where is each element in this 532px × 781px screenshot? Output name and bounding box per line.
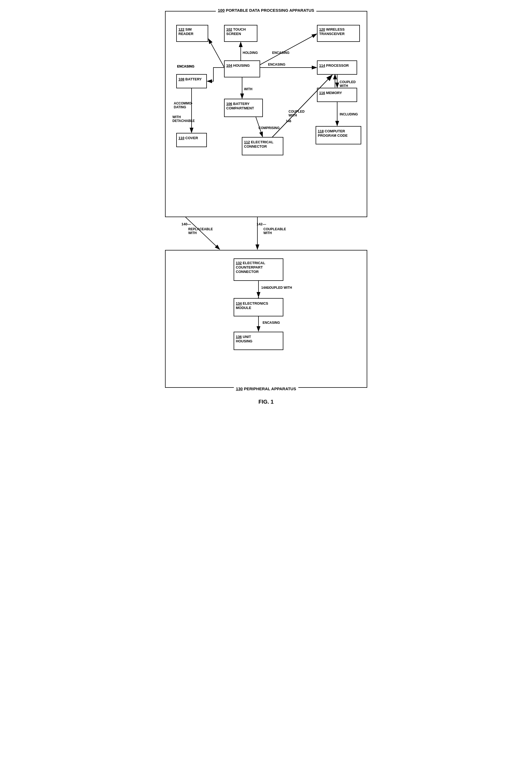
svg-rect-7 <box>224 61 260 77</box>
svg-rect-5 <box>177 74 207 88</box>
svg-text:114 PROCESSOR: 114 PROCESSOR <box>319 64 349 68</box>
connector-svg: 140— REPLACEABLEWITH 142— COUPLEABLEWITH <box>165 217 367 250</box>
svg-text:HOLDING: HOLDING <box>242 51 258 55</box>
svg-text:COMPRISING: COMPRISING <box>259 126 279 130</box>
svg-text:122 SIMREADER: 122 SIMREADER <box>178 27 194 36</box>
svg-text:110 COVER: 110 COVER <box>178 136 198 140</box>
svg-line-25 <box>209 39 224 68</box>
svg-text:140—: 140— <box>181 222 191 226</box>
svg-text:INCLUDING: INCLUDING <box>340 112 358 116</box>
svg-text:116 MEMORY: 116 MEMORY <box>319 91 342 95</box>
svg-text:ACCOMMO-DATING: ACCOMMO-DATING <box>174 101 193 109</box>
diagram-svg: 122 SIMREADER 102 TOUCHSCREEN ENCASING 1… <box>171 20 361 211</box>
svg-text:ENCASING: ENCASING <box>272 51 290 55</box>
svg-text:120 WIRELESSTRANSCEIVER: 120 WIRELESSTRANSCEIVER <box>319 27 345 36</box>
svg-rect-9 <box>317 61 357 74</box>
svg-line-27 <box>260 34 317 65</box>
svg-text:COUPLED WITH: COUPLED WITH <box>267 286 292 290</box>
svg-text:142—: 142— <box>257 222 266 226</box>
svg-text:COUPLEABLEWITH: COUPLEABLEWITH <box>263 227 286 235</box>
svg-text:136 UNIT
          HOUSING: 136 UNIT HOUSING <box>236 335 253 343</box>
svg-rect-13 <box>317 88 357 102</box>
svg-rect-17 <box>177 133 207 147</box>
svg-text:ENCASING: ENCASING <box>268 63 285 67</box>
svg-text:ENCASING: ENCASING <box>177 65 194 68</box>
svg-text:WITH: WITH <box>244 87 253 91</box>
peripheral-title: 130 PERIPHERAL APPARATUS <box>234 386 298 391</box>
svg-text:146: 146 <box>286 119 291 123</box>
svg-text:COUPLEDWITH: COUPLEDWITH <box>340 80 356 88</box>
svg-text:108 BATTERY: 108 BATTERY <box>178 77 202 81</box>
svg-text:ENCASING: ENCASING <box>263 321 280 325</box>
peripheral-svg: 132 ELECTRICAL COUNTERPART CONNECTOR 144… <box>171 256 361 376</box>
svg-text:104 HOUSING: 104 HOUSING <box>226 64 250 68</box>
svg-text:COUPLEDWITH: COUPLEDWITH <box>289 110 305 117</box>
main-title: 100 PORTABLE DATA PROCESSING APPARATUS <box>216 8 316 12</box>
figure-label: FIG. 1 <box>165 399 367 405</box>
svg-text:118 COMPUTERPROGRAM CODE: 118 COMPUTERPROGRAM CODE <box>318 129 348 137</box>
page: 100 PORTABLE DATA PROCESSING APPARATUS 1… <box>160 5 373 410</box>
